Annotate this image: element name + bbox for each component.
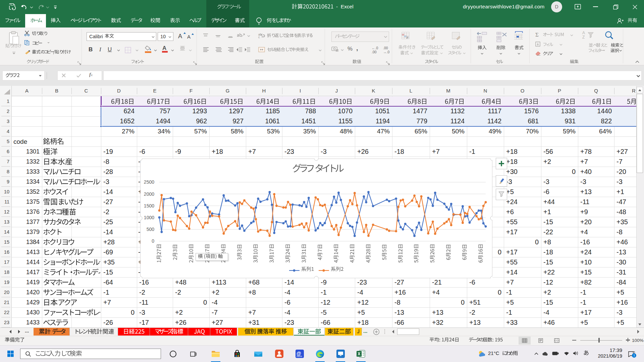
svg-text:c: c [258,36,260,39]
svg-text:≠: ≠ [406,35,409,40]
